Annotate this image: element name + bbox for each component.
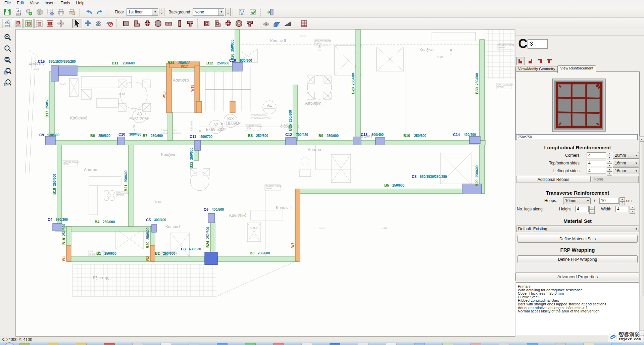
sec-cross-hollow-icon[interactable] (223, 19, 233, 28)
chevron-down-icon[interactable]: ▼ (634, 154, 639, 157)
chevron-down-icon[interactable]: ▼ (218, 9, 224, 15)
zoom-window-button[interactable] (2, 66, 13, 77)
taskbar-app-icon[interactable] (189, 343, 199, 345)
taskbar-app-icon[interactable] (217, 343, 228, 345)
delete-icon[interactable] (104, 19, 114, 28)
sec-tee-icon[interactable] (185, 19, 195, 28)
taskbar-app-icon[interactable] (273, 343, 284, 345)
sec-wall-icon[interactable] (164, 19, 174, 28)
printer-icon[interactable] (56, 7, 66, 17)
cube-icon[interactable] (34, 7, 45, 17)
grid-numbers-icon[interactable]: 132 (237, 7, 248, 17)
grid-column-icon[interactable] (34, 19, 44, 28)
zoom-in-button[interactable] (2, 32, 13, 43)
corners-diameter-select[interactable]: 20mm ▼ (613, 152, 639, 159)
menu-view[interactable]: View (27, 0, 42, 6)
taskbar-app-icon[interactable] (555, 343, 566, 345)
grid-check-icon[interactable] (248, 7, 258, 17)
print-preview-icon[interactable] (66, 7, 77, 17)
scrollbar-thumb[interactable] (640, 142, 644, 296)
grid-column-green-icon[interactable] (23, 19, 34, 28)
orient-br-button[interactable] (526, 57, 535, 65)
taskbar-app-icon[interactable] (301, 343, 312, 345)
floor-spinner[interactable]: ▲▼ (159, 8, 164, 16)
taskbar-app-icon[interactable] (386, 343, 397, 345)
slab-icon[interactable] (261, 19, 271, 28)
exit-door-icon[interactable] (265, 7, 276, 17)
zoom-previous-button[interactable] (2, 78, 13, 88)
move-icon[interactable] (83, 19, 93, 28)
menu-tools[interactable]: Tools (58, 0, 73, 6)
sec-l-hollow-icon[interactable] (212, 19, 222, 28)
undo-icon[interactable] (84, 7, 94, 17)
select-arrow-icon[interactable] (72, 19, 82, 28)
define-frp-wrapping-button[interactable]: Define FRP Wrapping (517, 255, 638, 263)
menu-file[interactable]: File (1, 0, 14, 6)
floor-select[interactable]: 1st floor ▼ (127, 8, 158, 16)
topbottom-diameter-select[interactable]: 16mm ▼ (613, 160, 639, 166)
chevron-down-icon[interactable]: ▼ (634, 228, 639, 231)
hoops-spacing-input[interactable]: 10 (599, 198, 619, 204)
background-select[interactable]: None ▼ (193, 8, 224, 16)
section-number-input[interactable] (528, 39, 548, 49)
save-icon[interactable] (2, 7, 13, 17)
taskbar-app-icon[interactable] (358, 343, 368, 345)
taskbar-app-icon[interactable] (48, 343, 58, 345)
chevron-down-icon[interactable]: ▼ (152, 9, 158, 15)
scroll-up-arrow[interactable]: ▲ (640, 137, 644, 142)
menu-edit[interactable]: Edit (14, 0, 27, 6)
page-column-icon[interactable]: DWG (13, 19, 23, 28)
additional-rebars-button[interactable]: Additional Rebars (516, 176, 591, 183)
panel-scrollbar[interactable]: ▲ ▼ (639, 136, 644, 336)
define-material-sets-button[interactable]: Define Material Sets (517, 235, 638, 243)
legs-height-spinner[interactable]: ▲▼ (589, 206, 595, 214)
leftright-diameter-select[interactable]: 16mm ▼ (613, 167, 639, 174)
building-3d-icon[interactable] (299, 19, 309, 28)
ramp-icon[interactable] (283, 19, 293, 28)
taskbar-app-icon[interactable] (583, 343, 594, 345)
tab-view-reinforcement[interactable]: View Reinforcement (557, 65, 596, 73)
orient-tl-button[interactable] (545, 57, 554, 65)
menu-insert[interactable]: Insert (42, 0, 58, 6)
taskbar-app-icon[interactable] (19, 343, 30, 345)
menu-help[interactable]: Help (73, 0, 88, 6)
zoom-extents-button[interactable] (2, 55, 13, 65)
corners-count-input[interactable]: 4 (587, 152, 606, 158)
redo-icon[interactable] (94, 7, 105, 17)
taskbar-app-icon[interactable] (611, 343, 622, 345)
leftright-spinner[interactable]: ▲▼ (607, 167, 612, 176)
chevron-down-icon[interactable]: ▼ (634, 169, 639, 172)
chevron-down-icon[interactable]: ▼ (634, 162, 639, 165)
sec-circle-icon[interactable] (153, 19, 163, 28)
legs-width-spinner[interactable]: ▲▼ (630, 206, 635, 214)
zoom-out-button[interactable] (2, 43, 13, 54)
hoops-diameter-select[interactable]: 10mm ▼ (563, 197, 591, 204)
column-cross-icon[interactable] (56, 19, 66, 28)
gears-check-icon[interactable] (23, 7, 34, 17)
windows-taskbar[interactable] (0, 342, 644, 345)
taskbar-app-icon[interactable] (160, 343, 171, 345)
sec-rect-hollow-icon[interactable] (202, 19, 212, 28)
start-button[interactable] (4, 342, 15, 345)
orient-tr-button[interactable] (536, 57, 544, 65)
sec-bar-icon[interactable] (175, 19, 185, 28)
beam-3d-icon[interactable] (272, 19, 282, 28)
dwg-import-icon[interactable]: DWG (13, 7, 23, 17)
hoops-spacing-spinner[interactable]: ▲▼ (620, 197, 625, 205)
advanced-properties-header[interactable]: Advanced Properties (515, 272, 640, 281)
orient-bl-button[interactable] (516, 57, 525, 65)
background-spinner[interactable]: ▲▼ (225, 8, 231, 16)
taskbar-app-icon[interactable] (330, 343, 340, 345)
taskbar-app-icon[interactable] (499, 343, 509, 345)
legs-width-input[interactable]: 4 (615, 206, 629, 212)
floor-plan-canvas[interactable]: ΚαθιστικόΑσανσέρΚοιτών IIΚουζίναΑποθήκηδ… (15, 29, 515, 337)
taskbar-app-icon[interactable] (132, 343, 143, 345)
taskbar-app-icon[interactable] (527, 343, 538, 345)
grid-gear-icon[interactable] (45, 7, 56, 17)
rotate-icon[interactable] (94, 19, 104, 28)
sec-cross-icon[interactable] (142, 19, 152, 28)
corners-spinner[interactable]: ▲▼ (607, 152, 612, 160)
topbottom-count-input[interactable]: 4 (587, 160, 606, 166)
taskbar-app-icon[interactable] (76, 343, 87, 345)
dwg-eye-icon[interactable]: DWG (2, 19, 12, 28)
